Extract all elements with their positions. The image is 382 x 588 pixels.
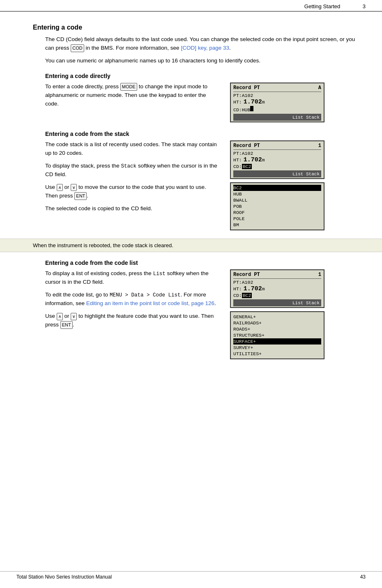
stack-item-1: HUB [233,191,321,197]
two-col-direct: To enter a code directly, press MODE to … [45,83,357,122]
screen-footer-codelist1: List Stack [233,299,321,306]
codelist-item-1: RAILROADS+ [233,320,321,326]
stack-para3: Use ∧ or ∨ to move the cursor to the cod… [45,183,218,200]
page-header: Getting Started 3 [0,0,382,11]
screen-header-direct: Record PT A [233,85,321,92]
stack-para4: The selected code is copied to the CD fi… [45,204,218,213]
two-col-codelist: To display a list of existing codes, pre… [45,269,357,359]
header-text: Getting Started 3 [304,3,366,9]
list-softkey: List [153,271,166,277]
subsection-stack: Entering a code from the stack The code … [33,131,357,230]
screen-row-cd-direct: CD:HUB [233,106,321,113]
img-col-direct: Record PT A PT:A102 HT:1.702 m CD:HUB [230,83,324,122]
device-screen-direct: Record PT A PT:A102 HT:1.702 m CD:HUB [230,83,324,122]
device-screen-codelist1: Record PT 1 PT:A102 HT:1.702 m CD:BC2 [230,269,324,308]
stack-item-3: POB [233,203,321,209]
screen-row-pt-stack1: PT:A102 [233,151,321,156]
stack-item-0: BC2 [233,185,321,191]
stack-softkey: Stack [121,163,137,169]
subsection-codelist-title: Entering a code from the code list [45,260,357,266]
dn-arrow-codelist: ∨ [71,313,77,320]
screen-header-left-direct: Record PT [233,85,260,91]
stack-item-4: ROOF [233,209,321,216]
device-screen-stack1: Record PT 1 PT:A102 HT:1.702 m CD:BC2 [230,140,324,179]
codelist-screen: GENERAL+ RAILROADS+ ROADS+ STRUCTURES+ S… [230,311,324,359]
up-arrow-codelist: ∧ [57,313,63,320]
text-col-direct: To enter a code directly, press MODE to … [45,83,218,113]
screen-footer-stack1: List Stack [233,170,321,177]
screen-row-ht-codelist1: HT:1.702 m [233,285,321,292]
subsection-direct-title: Entering a code directly [45,73,357,79]
cod-link[interactable]: [COD] key, page 33 [181,45,229,51]
codelist-item-5: SURVEY+ [233,345,321,351]
ht-value-direct: 1.702 [244,99,262,106]
footer-manual-title: Total Station Nivo Series Instruction Ma… [16,574,112,580]
intro-para1: The CD (Code) field always defaults to t… [45,35,357,53]
stack-item-2: BWALL [233,197,321,203]
screen-header-right-codelist1: 1 [318,272,321,278]
two-col-stack: The code stack is a list of recently use… [45,140,357,230]
codelist-para1: To display a list of existing codes, pre… [45,269,218,287]
codelist-para2: To edit the code list, go to MENU > Data… [45,291,218,308]
ent-key-stack: ENT [74,192,87,200]
direct-para: To enter a code directly, press MODE to … [45,83,218,108]
subsection-codelist: Entering a code from the code list To di… [33,260,357,359]
header-spacer [348,3,354,9]
ent-key-codelist: ENT [60,321,73,329]
screen-wrapper-codelist1: Record PT 1 PT:A102 HT:1.702 m CD:BC2 [230,269,324,308]
header-section: Getting Started [304,3,340,9]
stack-item-5: POLE [233,216,321,222]
note-box: When the instrument is rebooted, the cod… [0,239,382,252]
main-content: Entering a code The CD (Code) field alwa… [0,11,382,392]
codelist-item-6: UTILITIES+ [233,351,321,357]
screen-row-cd-stack1: CD:BC2 [233,164,321,169]
ht-value-codelist1: 1.702 [244,285,262,292]
page-footer: Total Station Nivo Series Instruction Ma… [0,571,382,580]
codelist-item-0: GENERAL+ [233,314,321,320]
text-col-stack: The code stack is a list of recently use… [45,140,218,217]
cd-value-codelist1-highlight: BC2 [242,293,252,298]
dn-arrow-stack: ∨ [71,184,77,191]
cod-key: COD [71,44,84,52]
cd-value-stack1-highlight: BC2 [242,164,252,169]
img-col-codelist: Record PT 1 PT:A102 HT:1.702 m CD:BC2 [230,269,324,359]
codelist-item-2: ROADS+ [233,326,321,332]
screen-header-left-codelist1: Record PT [233,272,260,278]
stack-para1: The code stack is a list of recently use… [45,140,218,158]
codelist-item-4: SURFACE+ [233,338,321,345]
codelist-item-3: STRUCTURES+ [233,332,321,338]
screen-row-ht-direct: HT:1.702 m [233,99,321,106]
screen-wrapper-direct: Record PT A PT:A102 HT:1.702 m CD:HUB [230,83,324,122]
intro-para2: You can use numeric or alphanumeric name… [45,57,357,65]
subsection-stack-title: Entering a code from the stack [45,131,357,137]
screen-row-ht-stack1: HT:1.702 m [233,156,321,163]
stack-screen: BC2 HUB BWALL POB ROOF POLE BM [230,182,324,230]
codelist-link[interactable]: Editing an item in the point list or cod… [86,300,214,306]
footer-page-num: 43 [360,574,366,580]
mode-key: MODE [120,83,137,91]
up-arrow-stack: ∧ [57,184,63,191]
screen-row-cd-codelist1: CD:BC2 [233,293,321,298]
img-col-stack: Record PT 1 PT:A102 HT:1.702 m CD:BC2 [230,140,324,230]
header-page: 3 [363,3,366,9]
screen-header-left-stack1: Record PT [233,143,260,149]
menu-path: MENU > Data > Code List [110,292,181,298]
subsection-direct: Entering a code directly To enter a code… [33,73,357,122]
screen-header-codelist1: Record PT 1 [233,272,321,279]
text-col-codelist: To display a list of existing codes, pre… [45,269,218,333]
page-container: Getting Started 3 Entering a code The CD… [0,0,382,588]
ht-value-stack1: 1.702 [244,156,262,163]
screen-wrapper-stack2: BC2 HUB BWALL POB ROOF POLE BM [230,182,324,230]
screen-header-right-stack1: 1 [318,143,321,149]
note-text: When the instrument is rebooted, the cod… [33,242,173,248]
stack-item-6: BM [233,222,321,228]
section-title: Entering a code [33,24,357,31]
stack-para2: To display the stack, press the Stack so… [45,162,218,179]
screen-wrapper-stack1: Record PT 1 PT:A102 HT:1.702 m CD:BC2 [230,140,324,179]
screen-footer-direct: List Stack [233,114,321,121]
screen-wrapper-codelist2: GENERAL+ RAILROADS+ ROADS+ STRUCTURES+ S… [230,311,324,359]
intro-section: The CD (Code) field always defaults to t… [33,35,357,65]
screen-header-stack1: Record PT 1 [233,143,321,150]
cursor-block [250,106,253,111]
screen-header-right-direct: A [318,85,321,91]
